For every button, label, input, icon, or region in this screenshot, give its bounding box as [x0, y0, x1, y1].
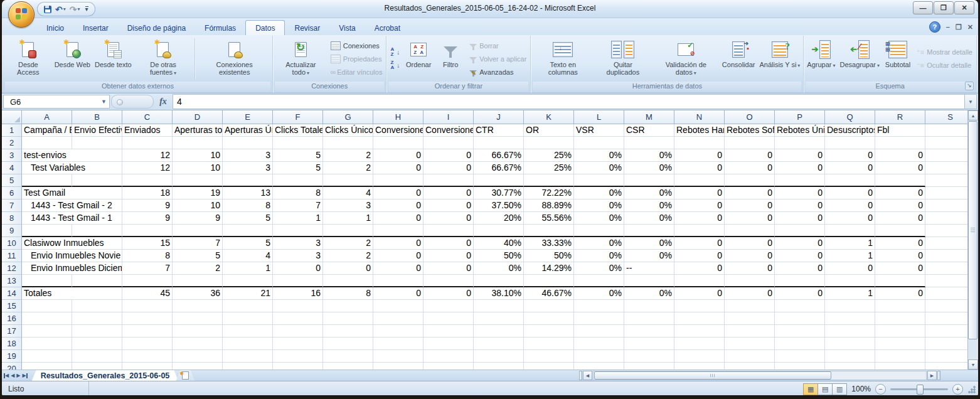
- cell[interactable]: 50%: [524, 250, 574, 262]
- name-box[interactable]: G6 ▼: [3, 95, 110, 109]
- cell-label[interactable]: Totales: [22, 287, 122, 300]
- cell[interactable]: 7: [273, 200, 323, 212]
- subtotal-button[interactable]: ⊞⊞ Subtotal: [882, 36, 913, 81]
- cell[interactable]: 0: [423, 250, 474, 262]
- cell[interactable]: [624, 350, 674, 363]
- column-header-G[interactable]: G: [323, 110, 373, 124]
- cell[interactable]: [524, 137, 574, 149]
- cell[interactable]: Rebotes Úni: [775, 124, 825, 137]
- cell[interactable]: [825, 300, 875, 312]
- cell[interactable]: 5: [173, 250, 223, 262]
- cell[interactable]: [273, 275, 323, 287]
- cell[interactable]: [223, 363, 273, 370]
- cell[interactable]: [173, 275, 223, 287]
- column-header-A[interactable]: A: [22, 110, 72, 124]
- cell[interactable]: [122, 350, 173, 363]
- cell[interactable]: [775, 300, 825, 312]
- cell[interactable]: [674, 325, 725, 338]
- cell[interactable]: 0: [423, 162, 474, 174]
- cell[interactable]: [173, 137, 223, 149]
- cell[interactable]: 0: [775, 250, 825, 262]
- cell[interactable]: [373, 137, 423, 149]
- cell[interactable]: 8: [223, 200, 273, 212]
- cell[interactable]: [875, 312, 925, 325]
- cell[interactable]: 0: [373, 200, 423, 212]
- cell[interactable]: [775, 350, 825, 363]
- cell[interactable]: [474, 300, 524, 312]
- zoom-slider[interactable]: [890, 388, 948, 390]
- cell[interactable]: 2: [323, 250, 373, 262]
- cell[interactable]: 8: [323, 287, 373, 300]
- cell[interactable]: [423, 350, 474, 363]
- cell[interactable]: 0: [775, 187, 825, 200]
- cell[interactable]: [373, 325, 423, 338]
- cell[interactable]: 36: [173, 287, 223, 300]
- row-header-6[interactable]: 6: [2, 187, 22, 200]
- cell[interactable]: 45: [122, 287, 173, 300]
- conexiones-button[interactable]: Conexiones: [328, 39, 385, 52]
- cell[interactable]: [524, 363, 574, 370]
- cell[interactable]: [323, 174, 373, 187]
- column-header-Q[interactable]: Q: [825, 110, 875, 124]
- cell[interactable]: [423, 300, 474, 312]
- cell[interactable]: 72.22%: [524, 187, 574, 200]
- cell[interactable]: 1: [825, 287, 875, 300]
- row-header-8[interactable]: 8: [2, 212, 22, 225]
- undo-button[interactable]: ↶▾: [55, 6, 66, 13]
- cell[interactable]: 0: [373, 250, 423, 262]
- cell[interactable]: 25%: [524, 149, 574, 162]
- desde-texto-button[interactable]: Desde texto: [93, 36, 134, 81]
- cell[interactable]: [474, 350, 524, 363]
- zoom-slider-thumb[interactable]: [917, 385, 924, 395]
- cell[interactable]: 0: [373, 237, 423, 250]
- cell[interactable]: Desuscriptos: [825, 124, 875, 137]
- cell[interactable]: [72, 338, 122, 350]
- cell[interactable]: CSR: [624, 124, 674, 137]
- tab-formulas[interactable]: Fórmulas: [195, 21, 245, 35]
- cell[interactable]: 10: [173, 162, 223, 174]
- tab-acrobat[interactable]: Acrobat: [365, 21, 410, 35]
- analisis-y-si-button[interactable]: ? Análisis Y si: [757, 36, 802, 81]
- cell[interactable]: [273, 225, 323, 237]
- cell[interactable]: Campaña / E: [22, 124, 72, 137]
- cell[interactable]: [72, 300, 122, 312]
- cell[interactable]: 0: [674, 149, 725, 162]
- cell[interactable]: 1: [825, 237, 875, 250]
- row-header-2[interactable]: 2: [2, 137, 22, 149]
- cell[interactable]: [474, 225, 524, 237]
- cell[interactable]: [875, 275, 925, 287]
- cell[interactable]: [273, 350, 323, 363]
- help-icon[interactable]: ?: [929, 21, 940, 33]
- cell[interactable]: [825, 174, 875, 187]
- cell[interactable]: 0: [674, 200, 725, 212]
- cell[interactable]: 0: [875, 200, 925, 212]
- formula-input[interactable]: 4: [173, 94, 964, 109]
- cell[interactable]: [373, 275, 423, 287]
- cell[interactable]: [323, 363, 373, 370]
- cell[interactable]: 0: [775, 287, 825, 300]
- cell[interactable]: 0: [674, 212, 725, 225]
- cell[interactable]: [423, 338, 474, 350]
- cell[interactable]: 0: [423, 237, 474, 250]
- cell[interactable]: 0: [775, 237, 825, 250]
- cell[interactable]: 3: [273, 237, 323, 250]
- sort-za-button[interactable]: ZA↓: [388, 59, 402, 72]
- cell[interactable]: 0%: [624, 187, 674, 200]
- scroll-up-icon[interactable]: ▲: [968, 110, 978, 120]
- cell[interactable]: [223, 225, 273, 237]
- cell[interactable]: [674, 174, 725, 187]
- expand-formula-bar-button[interactable]: ▼: [964, 94, 977, 109]
- cell[interactable]: 1: [273, 212, 323, 225]
- cell[interactable]: [22, 137, 72, 149]
- cell[interactable]: [775, 137, 825, 149]
- dialog-launcher-icon[interactable]: ↘: [965, 82, 974, 90]
- cell[interactable]: [725, 363, 775, 370]
- cell[interactable]: 0: [725, 212, 775, 225]
- cell[interactable]: [524, 225, 574, 237]
- cell[interactable]: [122, 300, 173, 312]
- column-header-B[interactable]: B: [72, 110, 122, 124]
- cell[interactable]: [173, 312, 223, 325]
- row-header-11[interactable]: 11: [2, 250, 22, 262]
- cell[interactable]: [373, 312, 423, 325]
- cell[interactable]: [875, 300, 925, 312]
